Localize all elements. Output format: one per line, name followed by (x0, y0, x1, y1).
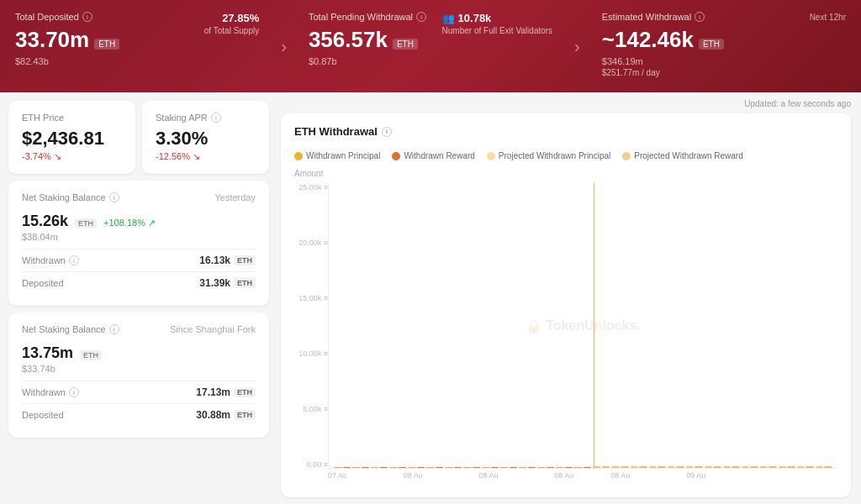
net-balance-yesterday-card: Net Staking Balance i Yesterday 15.26k E… (8, 181, 269, 306)
chart-header: ETH Withdrawal i Withdrawn Principal Wit… (294, 125, 837, 160)
bar-group-13 (574, 467, 591, 468)
x-label-22 (743, 471, 762, 486)
bar-group-6 (445, 467, 462, 468)
principal-bar-3 (389, 467, 398, 468)
bar-group-12 (556, 467, 573, 468)
reward-bar-8 (491, 467, 499, 468)
net-balance-shanghai-info-icon[interactable]: i (109, 324, 119, 334)
x-label-6 (441, 471, 460, 486)
left-panel: ETH Price $2,436.81 -3.74% ↘ Staking APR… (0, 92, 277, 504)
bar-group-14 (593, 466, 610, 468)
x-label-15: 08 Aug 2024 (611, 471, 630, 486)
withdrawn-shanghai-info-icon[interactable]: i (69, 387, 79, 397)
withdrawn-info-icon[interactable]: i (69, 255, 79, 265)
reward-bar-11 (547, 467, 555, 468)
x-label-16 (630, 471, 648, 486)
total-pending-info-icon[interactable]: i (416, 12, 426, 22)
total-pending-card: Total Pending Withdrawal i 356.57k ETH $… (293, 0, 568, 92)
bar-group-10 (519, 467, 536, 468)
y-tick-0: 0.00 ≡ (294, 460, 328, 469)
x-label-1 (346, 471, 365, 486)
total-pending-unit: ETH (393, 39, 418, 50)
bar-group-5 (426, 467, 443, 468)
x-label-17 (648, 471, 667, 486)
y-tick-1: 5.00k ≡ (294, 405, 328, 413)
x-label-11 (536, 471, 554, 486)
net-balance-yesterday-unit: ETH (75, 218, 97, 228)
chart-info-icon[interactable]: i (382, 127, 392, 137)
total-deposited-card: Total Deposited i 33.70m ETH $82.43b 27.… (0, 0, 274, 92)
eth-price-card: ETH Price $2,436.81 -3.74% ↘ (8, 101, 135, 174)
total-pending-usd: $0.87b (309, 56, 552, 66)
withdrawn-shanghai-value: 17.13m ETH (196, 386, 256, 398)
x-label-20 (705, 471, 724, 486)
principal-bar-13 (574, 467, 583, 468)
total-deposited-unit: ETH (94, 39, 119, 50)
net-balance-yesterday-change: +108.18% ↗ (103, 218, 156, 228)
proj-reward-bar-22 (750, 466, 758, 468)
staking-apr-info-icon[interactable]: i (211, 113, 221, 123)
principal-bar-1 (352, 467, 361, 468)
bar-group-15 (611, 466, 628, 468)
x-label-12: 08 Aug 2024 (554, 471, 573, 486)
bar-group-9 (500, 467, 517, 468)
bar-group-21 (723, 466, 740, 468)
proj-principal-bar-22 (742, 466, 750, 468)
bar-group-2 (371, 467, 388, 468)
x-label-3 (384, 471, 403, 486)
proj-principal-bar-18 (668, 466, 676, 468)
next-label: Next 12hr (810, 13, 846, 22)
principal-bar-8 (482, 467, 490, 468)
estimated-withdrawal-value: ~142.46k (602, 27, 694, 53)
staking-apr-change: -12.56% ↘ (156, 151, 256, 162)
reward-bar-7 (473, 467, 481, 468)
reward-bar-5 (436, 467, 444, 468)
total-pending-secondary: 10.78k (458, 12, 492, 24)
net-balance-yesterday-info-icon[interactable]: i (109, 192, 119, 202)
bar-group-8 (482, 467, 499, 468)
people-icon: 👥 (442, 13, 455, 24)
estimated-withdrawal-usd: $346.19m (602, 56, 846, 66)
proj-reward-bar-15 (621, 466, 629, 468)
legend-proj-principal: Projected Withdrawn Principal (487, 151, 610, 160)
proj-reward-bar-17 (658, 466, 666, 468)
bar-group-3 (389, 467, 406, 468)
deposited-label: Deposited (22, 278, 64, 288)
legend-dot-withdrawn-reward (392, 152, 400, 160)
y-tick-3: 15.00k ≡ (294, 294, 328, 302)
total-deposited-value: 33.70m (15, 27, 89, 53)
bar-group-1 (352, 467, 369, 468)
proj-reward-bar-16 (639, 466, 647, 468)
total-pending-value: 356.57k (309, 27, 388, 53)
proj-principal-bar-19 (686, 466, 695, 468)
proj-reward-bar-24 (787, 466, 795, 468)
estimated-withdrawal-info-icon[interactable]: i (695, 12, 705, 22)
total-deposited-info-icon[interactable]: i (82, 12, 92, 22)
chart-y-label: Amount (294, 169, 837, 178)
reward-bar-2 (380, 467, 388, 468)
total-deposited-secondary: 27.85% (204, 12, 259, 24)
main-content: ETH Price $2,436.81 -3.74% ↘ Staking APR… (0, 92, 861, 504)
x-label-25 (800, 471, 818, 486)
withdrawn-shanghai-row: Withdrawn i 17.13m ETH (22, 381, 256, 403)
chart-card: ETH Withdrawal i Withdrawn Principal Wit… (281, 113, 851, 497)
bar-group-4 (408, 467, 425, 468)
reward-bar-4 (417, 467, 425, 468)
net-balance-shanghai-value: 13.75m (22, 344, 73, 362)
reward-bar-3 (399, 467, 407, 468)
yesterday-label: Yesterday (214, 192, 256, 202)
chart-area: Amount 25.00k ≡ 20.00k ≡ 15.00k ≡ 10.00k… (294, 169, 837, 486)
legend-withdrawn-principal: Withdrawn Principal (294, 151, 380, 160)
proj-principal-bar-20 (705, 466, 713, 468)
x-label-18 (668, 471, 686, 486)
bar-group-7 (463, 467, 480, 468)
deposited-value: 31.39k ETH (199, 277, 256, 289)
x-label-0: 07 Aug 2024 (328, 471, 346, 486)
withdrawn-yesterday-row: Withdrawn i 16.13k ETH (22, 249, 256, 271)
deposited-yesterday-row: Deposited 31.39k ETH (22, 271, 256, 294)
principal-bar-7 (463, 467, 472, 468)
proj-principal-bar-26 (816, 466, 824, 468)
bar-group-0 (334, 467, 351, 468)
proj-principal-bar-15 (611, 466, 620, 468)
staking-apr-card: Staking APR i 3.30% -12.56% ↘ (142, 101, 269, 174)
